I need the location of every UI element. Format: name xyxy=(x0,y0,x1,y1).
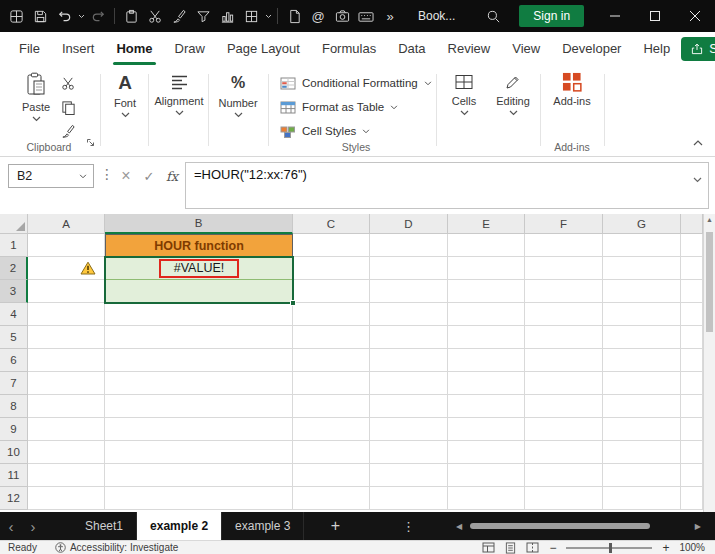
row-header-6[interactable]: 6 xyxy=(0,349,28,372)
save-icon[interactable] xyxy=(28,4,52,28)
cell-F5[interactable] xyxy=(525,326,603,349)
format-as-table-button[interactable]: Format as Table xyxy=(280,96,436,118)
page-layout-view-icon[interactable] xyxy=(505,542,516,554)
cell-B3[interactable] xyxy=(105,280,293,303)
cell-C6[interactable] xyxy=(293,349,370,372)
collapse-ribbon-button[interactable] xyxy=(693,132,703,150)
app-icon[interactable] xyxy=(4,4,28,28)
column-header-g[interactable]: G xyxy=(603,214,681,234)
format-painter-icon[interactable] xyxy=(167,4,191,28)
paste-button[interactable]: Paste xyxy=(14,72,58,122)
cell-C11[interactable] xyxy=(293,464,370,487)
row-header-7[interactable]: 7 xyxy=(0,372,28,395)
normal-view-icon[interactable] xyxy=(482,542,495,553)
undo-dropdown-chevron-icon[interactable] xyxy=(76,4,86,28)
cell-B10[interactable] xyxy=(105,441,293,464)
row-header-5[interactable]: 5 xyxy=(0,326,28,349)
cell-E11[interactable] xyxy=(448,464,525,487)
cell-B1[interactable]: HOUR function xyxy=(105,234,293,257)
menu-tab-view[interactable]: View xyxy=(501,32,551,66)
zoom-in-button[interactable]: + xyxy=(662,541,669,554)
row-header-3[interactable]: 3 xyxy=(0,280,28,303)
cell-D11[interactable] xyxy=(370,464,448,487)
cell-D3[interactable] xyxy=(370,280,448,303)
cell-E1[interactable] xyxy=(448,234,525,257)
menu-tab-developer[interactable]: Developer xyxy=(551,32,632,66)
column-header-a[interactable]: A xyxy=(28,214,105,234)
cell-F10[interactable] xyxy=(525,441,603,464)
sheet-options-icon[interactable]: ⋮ xyxy=(398,512,418,540)
chart-icon[interactable] xyxy=(215,4,239,28)
menu-tab-page-layout[interactable]: Page Layout xyxy=(216,32,311,66)
search-icon[interactable] xyxy=(481,4,505,28)
vertical-scroll-thumb[interactable] xyxy=(706,232,713,332)
enter-icon[interactable]: ✓ xyxy=(139,164,159,188)
menu-tab-review[interactable]: Review xyxy=(437,32,502,66)
cell-F4[interactable] xyxy=(525,303,603,326)
menu-tab-help[interactable]: Help xyxy=(632,32,681,66)
name-box[interactable]: B2 xyxy=(8,164,94,188)
cell-C8[interactable] xyxy=(293,395,370,418)
cell-B11[interactable] xyxy=(105,464,293,487)
cell-C4[interactable] xyxy=(293,303,370,326)
cell-B12[interactable] xyxy=(105,487,293,510)
cell-E3[interactable] xyxy=(448,280,525,303)
row-header-1[interactable]: 1 xyxy=(0,234,28,257)
undo-icon[interactable] xyxy=(52,4,76,28)
cell-F12[interactable] xyxy=(525,487,603,510)
cell-D10[interactable] xyxy=(370,441,448,464)
alignment-button[interactable]: Alignment xyxy=(154,72,204,116)
cell-F7[interactable] xyxy=(525,372,603,395)
cell-E9[interactable] xyxy=(448,418,525,441)
cell-F3[interactable] xyxy=(525,280,603,303)
cell-D1[interactable] xyxy=(370,234,448,257)
cell-G9[interactable] xyxy=(603,418,681,441)
cell-G12[interactable] xyxy=(603,487,681,510)
cell-B9[interactable] xyxy=(105,418,293,441)
cell-D7[interactable] xyxy=(370,372,448,395)
row-header-9[interactable]: 9 xyxy=(0,418,28,441)
cell-D12[interactable] xyxy=(370,487,448,510)
sheet-nav-right-icon[interactable]: › xyxy=(22,512,44,540)
keyboard-icon[interactable] xyxy=(354,4,378,28)
cell-A6[interactable] xyxy=(28,349,105,372)
cell-F8[interactable] xyxy=(525,395,603,418)
row-header-4[interactable]: 4 xyxy=(0,303,28,326)
row-header-12[interactable]: 12 xyxy=(0,487,28,510)
cell-D2[interactable] xyxy=(370,257,448,280)
mail-at-icon[interactable]: @ xyxy=(306,4,330,28)
filter-icon[interactable] xyxy=(191,4,215,28)
cell-A5[interactable] xyxy=(28,326,105,349)
more-commands-icon[interactable]: » xyxy=(378,4,402,28)
cell-E5[interactable] xyxy=(448,326,525,349)
cell-C9[interactable] xyxy=(293,418,370,441)
maximize-button[interactable] xyxy=(635,0,675,32)
share-button[interactable]: Share xyxy=(681,37,715,61)
page-break-view-icon[interactable] xyxy=(526,542,539,553)
cell-A8[interactable] xyxy=(28,395,105,418)
cell-A2[interactable] xyxy=(28,257,105,280)
sheet-nav-left-icon[interactable]: ‹ xyxy=(0,512,22,540)
redo-icon[interactable] xyxy=(86,4,110,28)
cell-A11[interactable] xyxy=(28,464,105,487)
cut-icon[interactable] xyxy=(58,74,78,92)
cell-D6[interactable] xyxy=(370,349,448,372)
copy-icon[interactable] xyxy=(58,98,78,116)
sign-in-button[interactable]: Sign in xyxy=(519,5,584,27)
cell-B6[interactable] xyxy=(105,349,293,372)
column-header-f[interactable]: F xyxy=(525,214,603,234)
cell-G2[interactable] xyxy=(603,257,681,280)
horizontal-scrollbar[interactable]: ◀ ▶ xyxy=(448,512,715,540)
format-painter-icon[interactable] xyxy=(58,122,78,140)
number-button[interactable]: % Number xyxy=(214,72,262,118)
cell-E6[interactable] xyxy=(448,349,525,372)
cell-F6[interactable] xyxy=(525,349,603,372)
row-header-10[interactable]: 10 xyxy=(0,441,28,464)
cell-A10[interactable] xyxy=(28,441,105,464)
cell-C3[interactable] xyxy=(293,280,370,303)
menu-tab-file[interactable]: File xyxy=(8,32,51,66)
cell-F11[interactable] xyxy=(525,464,603,487)
menu-tab-home[interactable]: Home xyxy=(105,32,163,66)
cell-D5[interactable] xyxy=(370,326,448,349)
cell-E7[interactable] xyxy=(448,372,525,395)
